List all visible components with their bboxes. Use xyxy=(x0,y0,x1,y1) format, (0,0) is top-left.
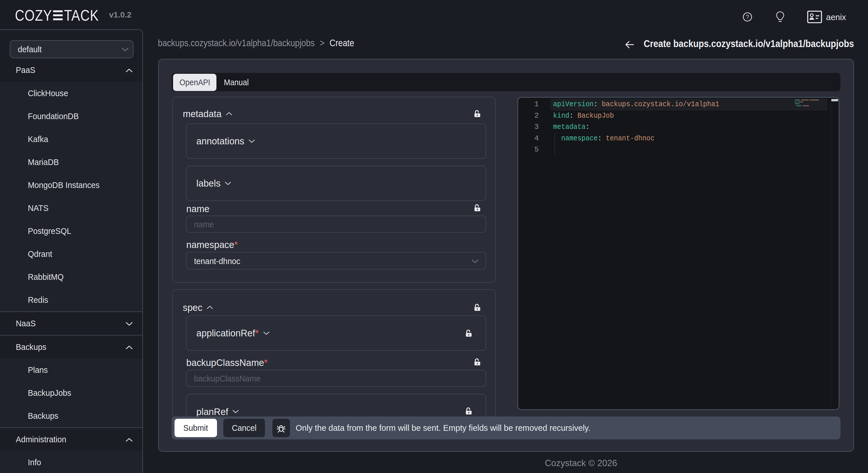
svg-text:?: ? xyxy=(746,14,749,20)
